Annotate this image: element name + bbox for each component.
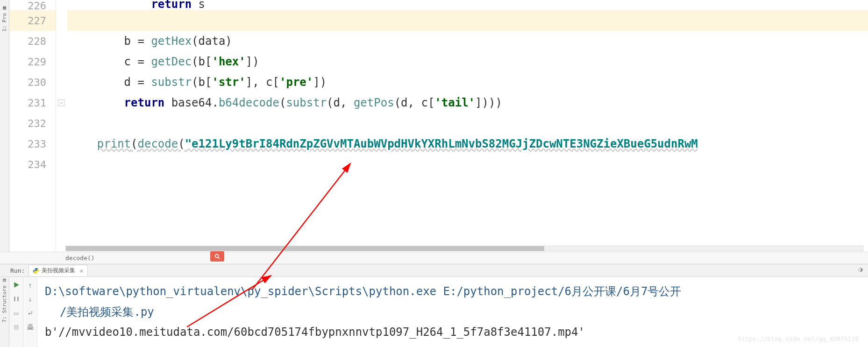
scrollbar-thumb[interactable]: [66, 246, 544, 251]
code-line[interactable]: print(decode("e121Ly9tBrI84RdnZpZGVvMTAu…: [67, 134, 868, 154]
run-panel: Run: 美拍视频采集 × ▤ 7: Structure: [0, 264, 868, 347]
folder-icon: ▦: [3, 5, 6, 11]
fold-gutter: −: [56, 0, 67, 252]
gear-icon[interactable]: [856, 266, 863, 275]
svg-rect-3: [17, 297, 19, 301]
breadcrumb-bar: decode(): [0, 252, 868, 264]
code-line[interactable]: return s: [67, 0, 868, 10]
line-number[interactable]: 227: [9, 10, 56, 31]
console-line: D:\software\python_virtualenv\py_spider\…: [45, 282, 861, 302]
svg-line-1: [218, 257, 220, 259]
stop-button[interactable]: [11, 294, 21, 304]
close-icon[interactable]: ×: [79, 267, 83, 275]
run-label: Run:: [10, 267, 25, 274]
run-tabs-bar: Run: 美拍视频采集 ×: [0, 264, 868, 277]
line-number[interactable]: 232: [9, 113, 56, 134]
fold-end-marker[interactable]: −: [58, 99, 64, 106]
line-number-gutter[interactable]: 226 227 228 229 230 231 232 233 234: [9, 0, 56, 252]
code-line[interactable]: d = substr(b['str'], c['pre']): [67, 72, 868, 92]
code-line[interactable]: b = getHex(data): [67, 31, 868, 51]
svg-rect-2: [14, 297, 15, 301]
structure-tool-window-tab[interactable]: ▤ 7: Structure: [0, 277, 9, 347]
structure-icon: ▤: [3, 277, 6, 283]
line-number[interactable]: 229: [9, 51, 56, 72]
code-line[interactable]: c = getDec(b['hex']): [67, 51, 868, 72]
layout-button[interactable]: ⊟: [11, 322, 21, 332]
code-line[interactable]: [67, 113, 868, 134]
svg-point-0: [215, 255, 219, 258]
run-tab-label: 美拍视频采集: [42, 267, 75, 275]
line-number[interactable]: 234: [9, 154, 56, 175]
watermark: https://blog.csdn.net/qq_45075118: [738, 335, 859, 342]
editor-area: ▦ 1: Pro 226 227 228 229 230 231 232 233…: [0, 0, 868, 252]
code-line[interactable]: return base64.b64decode(substr(d, getPos…: [67, 92, 868, 113]
rerun-button[interactable]: [11, 280, 21, 290]
run-tab[interactable]: 美拍视频采集 ×: [28, 265, 87, 276]
wrap-icon[interactable]: ⤶: [25, 308, 36, 318]
down-arrow-icon[interactable]: ↓: [25, 294, 36, 304]
up-arrow-icon[interactable]: ↑: [25, 280, 36, 290]
run-secondary-toolbar: ↑ ↓ ⤶ 🖶: [23, 277, 37, 347]
search-icon[interactable]: [210, 251, 224, 262]
line-number[interactable]: 228: [9, 31, 56, 51]
python-icon: [33, 268, 39, 274]
line-number[interactable]: 226: [9, 0, 56, 10]
line-number[interactable]: 231: [9, 92, 56, 113]
line-number[interactable]: 233: [9, 134, 56, 154]
breadcrumb-item[interactable]: decode(): [65, 255, 95, 262]
console-line: /美拍视频采集.py: [45, 302, 861, 322]
horizontal-scrollbar[interactable]: [65, 246, 863, 251]
down-button[interactable]: ▭: [11, 308, 21, 318]
run-actions-toolbar: ▭ ⊟: [9, 277, 23, 347]
code-editor[interactable]: return s b = getHex(data) c = getDec(b['…: [67, 0, 868, 252]
line-number[interactable]: 230: [9, 72, 56, 92]
print-icon[interactable]: 🖶: [25, 322, 36, 332]
code-line[interactable]: [67, 10, 868, 31]
code-line[interactable]: [67, 154, 868, 175]
project-tool-window-tab[interactable]: ▦ 1: Pro: [0, 0, 9, 252]
